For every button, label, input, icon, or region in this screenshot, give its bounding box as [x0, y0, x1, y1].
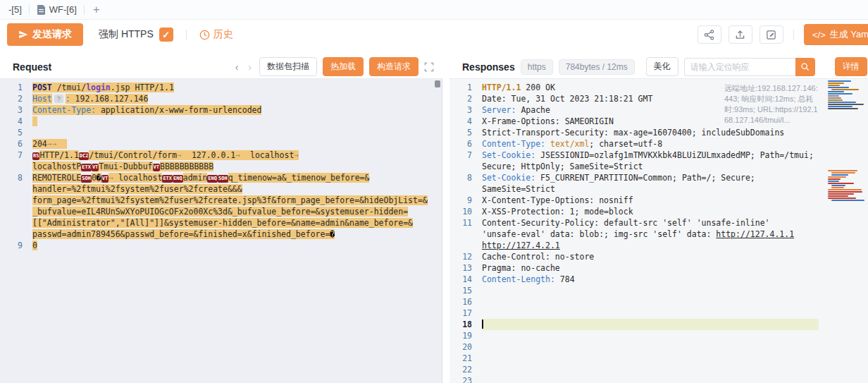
toolbar-divider: [793, 30, 794, 39]
history-button[interactable]: 历史: [199, 28, 233, 41]
code-brackets-icon: </>: [812, 30, 826, 40]
line-content[interactable]: Strict-Transport-Security: max-age=16070…: [482, 127, 819, 138]
code-line[interactable]: 19: [450, 330, 868, 341]
beautify-button[interactable]: 美化: [646, 57, 678, 76]
request-scrollbar[interactable]: [435, 80, 440, 87]
code-line[interactable]: 12Cache-Control: no-store: [450, 251, 868, 262]
tab-wf6[interactable]: WF-[6]: [30, 0, 84, 19]
code-line[interactable]: 20: [450, 341, 868, 353]
packet-scan-button[interactable]: 数据包扫描: [259, 57, 317, 76]
line-number: 7: [450, 150, 482, 172]
code-line[interactable]: 10X-XSS-Protection: 1; mode=block: [450, 206, 868, 217]
code-line[interactable]: 8REMOTEROLESOH0�VT→ localhostETXENQadmin…: [0, 172, 442, 240]
code-line[interactable]: 15: [450, 285, 868, 296]
line-content[interactable]: Set-Cookie: JSESSIONID=ozlafg1mTMVKXkbk4…: [482, 150, 819, 172]
code-line[interactable]: 18: [450, 319, 868, 330]
line-number: 10: [450, 206, 482, 217]
line-content[interactable]: Content-Type: application/x-www-form-url…: [32, 104, 433, 116]
code-line[interactable]: 5Strict-Transport-Security: max-age=1607…: [450, 127, 868, 138]
code-line[interactable]: 2Host?: 192.168.127.146: [0, 93, 442, 104]
line-content[interactable]: REMOTEROLESOH0�VT→ localhostETXENQadminE…: [32, 172, 433, 240]
line-content[interactable]: [482, 285, 819, 296]
code-line[interactable]: 90: [0, 240, 442, 251]
hot-reload-button[interactable]: 热加载: [323, 57, 364, 76]
search-button[interactable]: [795, 58, 815, 76]
line-number: 20: [450, 341, 482, 353]
code-line[interactable]: 7RSHTTP/1.1DC2/tmui/Control/form→ 127.0.…: [0, 150, 442, 172]
line-content[interactable]: RSHTTP/1.1DC2/tmui/Control/form→ 127.0.0…: [32, 150, 433, 172]
generate-yaml-button[interactable]: </> 生成 Yaml: [804, 24, 868, 45]
line-content[interactable]: [32, 127, 433, 138]
line-content[interactable]: X-Content-Type-Options: nosniff: [482, 195, 819, 206]
toolbar-divider: [186, 30, 187, 39]
history-prev-button[interactable]: ‹: [233, 61, 241, 73]
control-char-badge: RS: [32, 152, 39, 160]
response-editor[interactable]: 1HTTP/1.1 200 OK2Date: Tue, 31 Oct 2023 …: [450, 79, 868, 383]
line-content[interactable]: [482, 319, 819, 330]
share-button[interactable]: [698, 25, 721, 44]
minimap[interactable]: [827, 80, 867, 262]
details-button[interactable]: 详情: [835, 57, 867, 76]
code-line[interactable]: 1POST /tmui/login.jsp HTTP/1.1: [0, 82, 442, 93]
force-https-checkbox[interactable]: ✓: [159, 28, 173, 42]
code-line[interactable]: 6Content-Type: text/xml; charset=utf-8: [450, 138, 868, 150]
generate-yaml-label: 生成 Yaml: [830, 28, 868, 41]
new-tab-button[interactable]: +: [85, 3, 108, 17]
line-number: 19: [450, 330, 482, 341]
compose-button[interactable]: [760, 25, 783, 44]
line-content[interactable]: Set-Cookie: F5_CURRENT_PARTITION=Common;…: [482, 172, 819, 195]
code-line[interactable]: 17: [450, 308, 868, 319]
response-panel-title: Responses: [462, 61, 515, 73]
line-content[interactable]: POST /tmui/login.jsp HTTP/1.1: [32, 82, 433, 93]
line-content[interactable]: Pragma: no-cache: [482, 262, 819, 274]
code-line[interactable]: 23: [450, 375, 868, 383]
history-next-button[interactable]: ›: [246, 61, 254, 73]
code-line[interactable]: 9X-Content-Type-Options: nosniff: [450, 195, 868, 206]
control-char-badge: ENQ: [173, 175, 183, 183]
line-content[interactable]: Cache-Control: no-store: [482, 251, 819, 262]
line-content[interactable]: [482, 296, 819, 308]
code-line[interactable]: 11Content-Security-Policy: default-src '…: [450, 217, 868, 251]
line-content[interactable]: X-XSS-Protection: 1; mode=block: [482, 206, 819, 217]
line-content[interactable]: [482, 364, 819, 375]
code-line[interactable]: 21: [450, 353, 868, 364]
line-content[interactable]: 204→→: [32, 138, 433, 150]
line-content[interactable]: Content-Type: text/xml; charset=utf-8: [482, 138, 819, 150]
code-line[interactable]: 3Content-Type: application/x-www-form-ur…: [0, 104, 442, 116]
line-content[interactable]: [32, 116, 433, 127]
line-number: 3: [0, 104, 32, 116]
code-line[interactable]: 4: [0, 116, 442, 127]
line-number: 5: [450, 127, 482, 138]
code-line[interactable]: 13Pragma: no-cache: [450, 262, 868, 274]
code-line[interactable]: 22: [450, 364, 868, 375]
upload-icon: [735, 30, 745, 40]
tab-wf5[interactable]: -[5]: [1, 0, 29, 19]
code-line[interactable]: 5: [0, 127, 442, 138]
request-editor[interactable]: 1POST /tmui/login.jsp HTTP/1.12Host?: 19…: [0, 79, 442, 383]
line-content[interactable]: 0: [32, 240, 433, 251]
line-content[interactable]: [482, 308, 819, 319]
line-content[interactable]: [482, 353, 819, 364]
panel-divider[interactable]: [442, 55, 450, 383]
locate-response-search: [684, 58, 815, 76]
code-line[interactable]: 8Set-Cookie: F5_CURRENT_PARTITION=Common…: [450, 172, 868, 195]
fullscreen-icon[interactable]: [424, 62, 434, 72]
line-content[interactable]: [482, 330, 819, 341]
line-content[interactable]: [482, 375, 819, 383]
code-line[interactable]: 16: [450, 296, 868, 308]
export-button[interactable]: [728, 25, 752, 44]
header-hint-chip[interactable]: ?: [54, 95, 63, 103]
send-request-button[interactable]: 发送请求: [7, 23, 83, 46]
construct-request-button[interactable]: 构造请求: [369, 57, 418, 76]
code-line[interactable]: 6204→→: [0, 138, 442, 150]
text-cursor: [482, 320, 483, 329]
line-content[interactable]: Host?: 192.168.127.146: [32, 93, 433, 104]
code-line[interactable]: 7Set-Cookie: JSESSIONID=ozlafg1mTMVKXkbk…: [450, 150, 868, 172]
code-line[interactable]: 14Content-Length: 784: [450, 274, 868, 285]
control-char-badge: SOH: [81, 175, 92, 183]
locate-response-input[interactable]: [684, 58, 795, 76]
line-content[interactable]: Content-Length: 784: [482, 274, 819, 285]
line-content[interactable]: Content-Security-Policy: default-src 'se…: [482, 217, 819, 251]
line-number: 9: [450, 195, 482, 206]
line-content[interactable]: [482, 341, 819, 353]
